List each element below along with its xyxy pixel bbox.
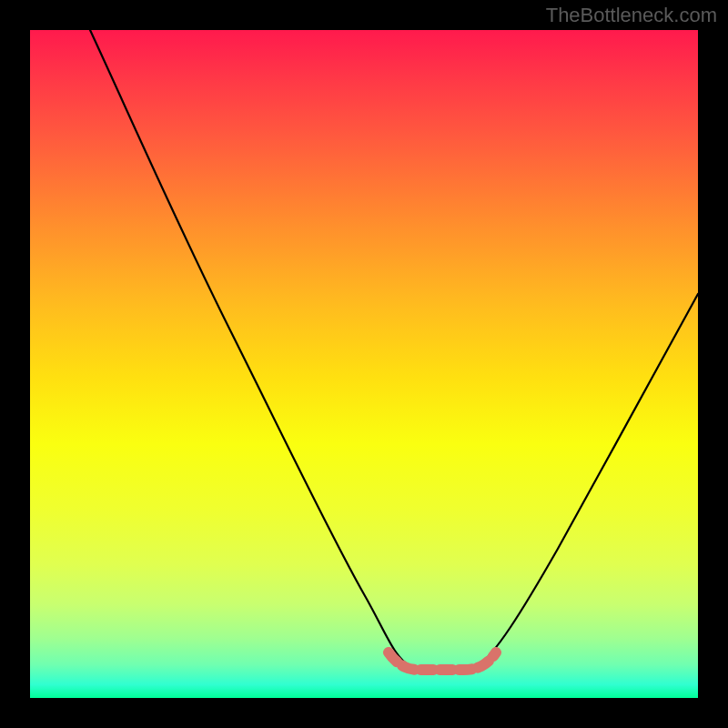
flat-region-highlight xyxy=(389,652,496,670)
watermark-text: TheBottleneck.com xyxy=(546,4,717,27)
bottleneck-curve-path xyxy=(90,30,698,669)
curve-svg xyxy=(30,30,698,698)
